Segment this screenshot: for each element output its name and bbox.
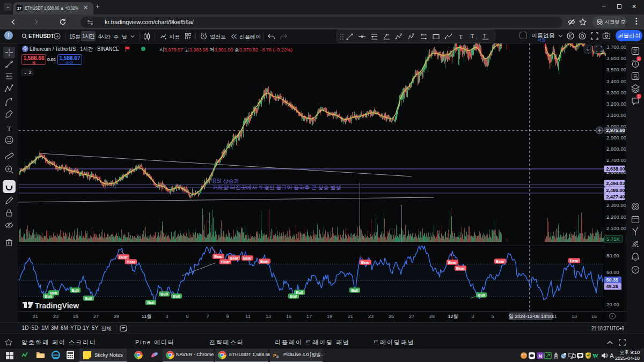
svg-text:15: 15 [591,314,597,319]
svg-text:27: 27 [409,314,414,319]
svg-text:29: 29 [114,314,119,319]
svg-text:29: 29 [429,314,435,319]
svg-text:Bear: Bear [230,256,238,261]
svg-text:C: C [412,33,414,36]
svg-text:Bear: Bear [119,255,128,260]
svg-text:Bull: Bull [173,294,180,299]
svg-text:2,900.00: 2,900.00 [606,135,626,141]
svg-text:Bull: Bull [351,288,358,293]
svg-text:T: T [7,124,11,132]
svg-text:2,427.40: 2,427.40 [606,194,625,200]
svg-text:T: T [471,33,474,39]
svg-text:Bear: Bear [361,260,370,265]
svg-text:2,975.68: 2,975.68 [606,128,625,133]
svg-text:3,500.00: 3,500.00 [606,67,626,72]
svg-text:Bear: Bear [496,259,504,264]
svg-text:3,400.00: 3,400.00 [606,78,626,84]
svg-text:7: 7 [206,314,209,319]
svg-text:2,300.00: 2,300.00 [606,202,626,208]
svg-text:25: 25 [389,314,394,319]
svg-text:23: 23 [53,314,58,319]
svg-text:2,638.00: 2,638.00 [606,166,625,172]
svg-text:Bear: Bear [221,260,230,264]
svg-text:Bull: Bull [296,290,303,295]
svg-text:3,200.00: 3,200.00 [606,101,626,107]
svg-text:3,600.00: 3,600.00 [606,55,626,61]
svg-text:12월: 12월 [448,314,458,319]
svg-text:5: 5 [400,33,402,36]
svg-text:15: 15 [286,314,291,319]
svg-text:a: a [276,354,279,358]
svg-text:거래량 터진곳에서 수평선 울그어 돌파후 큰 상승 발생: 거래량 터진곳에서 수평선 울그어 돌파후 큰 상승 발생 [213,184,341,190]
svg-text:17: 17 [17,6,21,10]
svg-text:20.00: 20.00 [606,301,619,307]
svg-text:23: 23 [368,314,374,319]
svg-text:11월: 11월 [142,314,151,319]
svg-text:Bull: Bull [147,300,155,305]
svg-text:2,200.00: 2,200.00 [606,214,626,220]
svg-text:5: 5 [186,314,188,319]
svg-text:5: 5 [491,314,494,319]
svg-text:21: 21 [33,314,38,319]
svg-text:Bear: Bear [570,258,579,263]
svg-text:Bull: Bull [160,292,168,297]
svg-text:?: ? [634,268,637,272]
svg-text:2,480.00: 2,480.00 [606,188,625,193]
svg-text:T: T [483,33,486,39]
svg-text:Bear: Bear [448,260,457,265]
svg-text:일 2024-12-08 14:00: 일 2024-12-08 14:00 [509,314,553,319]
svg-text:11: 11 [245,314,250,319]
svg-text:27: 27 [93,314,99,319]
svg-text:3,300.00: 3,300.00 [606,90,626,95]
svg-text:2,494.03: 2,494.03 [606,181,625,186]
svg-text:3: 3 [471,314,474,319]
svg-text:50.35: 50.35 [606,277,619,283]
svg-text:Bull: Bull [50,291,57,295]
svg-text:3,700.00: 3,700.00 [606,44,626,50]
svg-text:Bear: Bear [260,259,269,264]
svg-text:3: 3 [165,314,168,319]
svg-text:N: N [539,353,543,359]
svg-text:T: T [459,33,463,40]
svg-text:Bear: Bear [456,266,465,271]
svg-text:2,100.00: 2,100.00 [606,225,626,231]
svg-text:21: 21 [348,314,353,319]
svg-text:2,700.00: 2,700.00 [606,157,626,163]
svg-text:60.00: 60.00 [606,269,619,275]
svg-text:Bull: Bull [85,296,92,301]
svg-text:Bear: Bear [243,256,252,261]
svg-text:49.28: 49.28 [606,284,619,289]
svg-text:2,800.00: 2,800.00 [606,146,626,152]
svg-text:13: 13 [572,314,577,319]
svg-text:13: 13 [266,314,271,319]
svg-text:17: 17 [306,314,312,319]
svg-text:Bear: Bear [214,254,223,259]
svg-text:19: 19 [327,314,332,319]
svg-text:25: 25 [73,314,78,319]
svg-text:RSI 상승과: RSI 상승과 [213,178,239,184]
svg-text:Bear: Bear [127,260,135,264]
svg-text:Bull: Bull [71,288,79,293]
svg-text:9: 9 [226,314,229,319]
svg-text:5.75K: 5.75K [606,236,620,242]
svg-text:Bull: Bull [478,293,485,298]
svg-text:3,100.00: 3,100.00 [606,112,626,118]
svg-text:80.00: 80.00 [606,253,619,258]
svg-text:TradingView: TradingView [35,301,79,310]
svg-text:↓: ↓ [475,36,477,40]
